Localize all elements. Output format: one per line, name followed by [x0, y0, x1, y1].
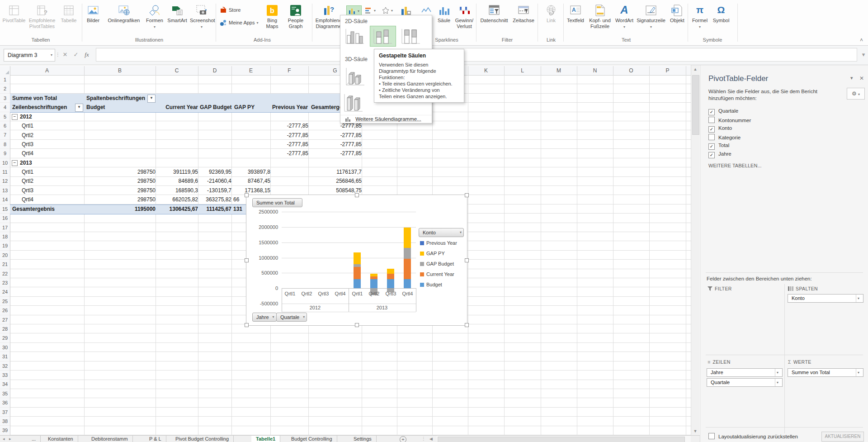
- bar-segment-budget[interactable]: [354, 279, 361, 288]
- field-settings-button[interactable]: ⚙ ▾: [847, 88, 865, 100]
- row-header[interactable]: 18: [0, 232, 10, 241]
- row-headers[interactable]: 1234567891011121314151617181920212223242…: [0, 75, 10, 435]
- cell-d13[interactable]: -130159,7: [198, 186, 233, 195]
- bar-segment-gap-py[interactable]: [354, 252, 361, 265]
- column-header[interactable]: E: [231, 66, 271, 75]
- row-header[interactable]: 13: [0, 186, 10, 195]
- datenschnitt-button[interactable]: Datenschnitt: [478, 5, 510, 24]
- saeule-sparkline-button[interactable]: Säule: [435, 5, 453, 24]
- menu-item-more-column-charts[interactable]: Weitere Säulendiagramme...: [340, 115, 432, 123]
- axis-field-button-jahre[interactable]: Jahre▾: [252, 313, 277, 322]
- name-box[interactable]: Diagramm 3▾: [4, 49, 55, 62]
- legend-entry[interactable]: GAP Budget: [420, 261, 454, 267]
- signaturzeile-button[interactable]: Signaturzeile▾: [636, 5, 666, 30]
- expand-formula-bar-arrow[interactable]: ▾: [858, 49, 868, 61]
- cell-b4[interactable]: Budget: [85, 103, 156, 112]
- checkbox-icon[interactable]: ✓: [708, 143, 715, 150]
- cell-a14[interactable]: Qrtl4: [20, 195, 78, 204]
- collapse-2013-icon[interactable]: −: [12, 160, 18, 166]
- sheet-nav-left-icon[interactable]: ◂: [3, 436, 5, 442]
- sheet-tab-debitorenstamm[interactable]: Debitorenstamm: [87, 436, 133, 442]
- row-header[interactable]: 32: [0, 361, 10, 371]
- bar-segment-budget[interactable]: [387, 279, 394, 288]
- bar-segment-gap-budget[interactable]: [354, 264, 361, 267]
- row-header[interactable]: 8: [0, 140, 10, 149]
- row-header[interactable]: 22: [0, 269, 10, 278]
- scroll-up-icon[interactable]: ▲: [691, 65, 699, 73]
- menu-item-3d-stacked-column[interactable]: [340, 90, 366, 114]
- cell-b11[interactable]: 298750: [84, 167, 157, 176]
- cell-a6[interactable]: Qrtl1: [20, 121, 78, 130]
- zeilen-field-chip-quartale[interactable]: Quartale▾: [707, 378, 783, 387]
- sheet-tab-pivot-budget-controlling[interactable]: Pivot Budget Controlling: [171, 436, 234, 442]
- row-header[interactable]: 35: [0, 389, 10, 398]
- new-sheet-button[interactable]: +: [400, 436, 406, 442]
- cell-a13[interactable]: Qrtl3: [20, 186, 78, 195]
- checkbox-icon[interactable]: [708, 117, 715, 123]
- vertical-scroll-thumb[interactable]: [692, 75, 699, 135]
- cell-d14[interactable]: 363275,82: [198, 195, 233, 204]
- row-header[interactable]: 4: [0, 103, 10, 112]
- column-header[interactable]: A: [10, 66, 85, 75]
- cell-a7[interactable]: Qrtl2: [20, 131, 78, 140]
- cell-b12[interactable]: 298750: [84, 176, 157, 185]
- row-header[interactable]: 20: [0, 251, 10, 260]
- row-header[interactable]: 26: [0, 306, 10, 315]
- cell-d11[interactable]: 92369,95: [198, 167, 233, 176]
- legend-entry[interactable]: Current Year: [420, 271, 454, 277]
- field-checkbox-total[interactable]: ✓Total: [708, 143, 729, 151]
- cell-b3[interactable]: Spaltenbeschriftungen: [85, 94, 150, 103]
- row-header[interactable]: 12: [0, 176, 10, 185]
- column-header[interactable]: P: [649, 66, 686, 75]
- row-header[interactable]: 38: [0, 417, 10, 426]
- zeilen-field-chip-jahre[interactable]: Jahre▾: [707, 368, 783, 377]
- cell-f6[interactable]: -2777,85: [270, 121, 310, 130]
- cancel-icon[interactable]: ✕: [60, 49, 71, 61]
- row-header[interactable]: 9: [0, 149, 10, 158]
- cell-c14[interactable]: 662025,82: [156, 195, 200, 204]
- chart-resize-handle[interactable]: [355, 193, 359, 197]
- cell-a9[interactable]: Qrtl4: [20, 149, 78, 158]
- cell-a3[interactable]: Summe von Total: [10, 94, 86, 103]
- cell-b13[interactable]: 298750: [84, 186, 157, 195]
- zeitachse-button[interactable]: Zeitachse: [511, 5, 536, 24]
- meine-apps-button[interactable]: Meine Apps ▾: [220, 19, 259, 26]
- sheet-tab-ellipsis[interactable]: ...: [27, 436, 41, 442]
- row-labels-filter-button[interactable]: ▼: [75, 104, 83, 112]
- cell-a4[interactable]: Zeilenbeschriftungen: [10, 103, 77, 112]
- wordart-button[interactable]: A WordArt▾: [614, 5, 635, 30]
- column-header[interactable]: K: [468, 66, 505, 75]
- symbol-button[interactable]: Ω Symbol: [711, 5, 731, 24]
- empfohlene-diagramme-button[interactable]: ? Empfohlene Diagramme: [315, 5, 343, 29]
- row-header[interactable]: 15: [0, 204, 10, 214]
- pivottable-button[interactable]: PivotTable: [2, 5, 26, 24]
- chart-resize-handle[interactable]: [355, 323, 359, 327]
- row-header[interactable]: 16: [0, 214, 10, 223]
- cell-g7[interactable]: -2777,85: [308, 131, 363, 140]
- row-header[interactable]: 21: [0, 260, 10, 269]
- cell-f8[interactable]: -2777,85: [270, 140, 310, 149]
- column-header[interactable]: N: [577, 66, 613, 75]
- more-tables-link[interactable]: WEITERE TABELLEN...: [708, 163, 762, 168]
- row-header[interactable]: 1: [0, 75, 10, 84]
- bar-chart-button[interactable]: ▾: [363, 5, 377, 15]
- collapse-2012-icon[interactable]: −: [12, 114, 18, 120]
- onlinegrafiken-button[interactable]: Onlinegrafiken: [104, 5, 144, 24]
- menu-item-clustered-column[interactable]: [342, 26, 368, 46]
- cell-e4[interactable]: GAP PY: [232, 103, 272, 112]
- menu-item-3d-clustered-column[interactable]: [342, 63, 368, 88]
- legend-entry[interactable]: Previous Year: [420, 240, 457, 246]
- checkbox-icon[interactable]: [708, 433, 715, 439]
- row-header[interactable]: 2: [0, 84, 10, 93]
- row-header[interactable]: 19: [0, 241, 10, 250]
- cell-f4[interactable]: Previous Year: [270, 103, 312, 112]
- sheet-tab-p-und-l[interactable]: P & L: [145, 436, 166, 442]
- cell-a5[interactable]: 2012: [18, 112, 76, 121]
- menu-item-stacked-column[interactable]: [370, 26, 396, 47]
- cell-f9[interactable]: -2777,85: [270, 149, 310, 158]
- cell-g12[interactable]: 256846,65: [308, 176, 363, 185]
- legend-entry[interactable]: GAP PY: [420, 250, 445, 257]
- tabelle-button[interactable]: Tabelle: [58, 5, 80, 24]
- row-header[interactable]: 34: [0, 380, 10, 389]
- cell-g11[interactable]: 1176137,7: [308, 167, 363, 176]
